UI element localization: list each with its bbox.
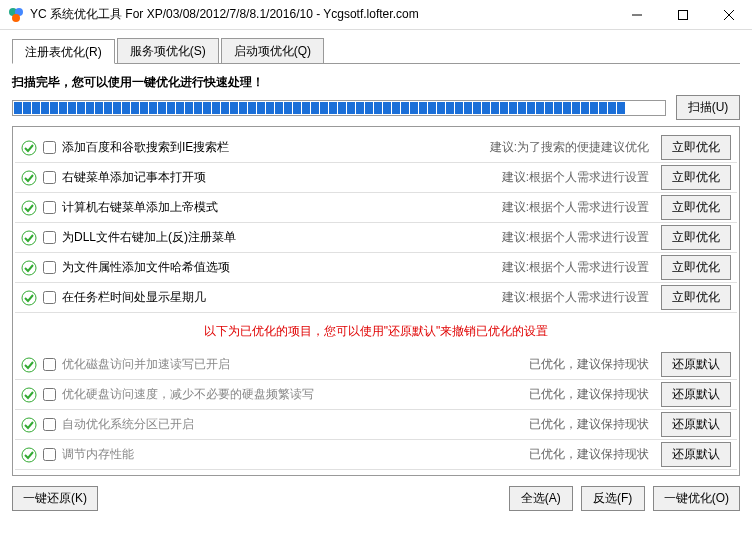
pending-row: 为文件属性添加文件哈希值选项建议:根据个人需求进行设置立即优化 [15,253,737,283]
pending-row: 添加百度和谷歌搜索到IE搜索栏建议:为了搜索的便捷建议优化立即优化 [15,133,737,163]
optimized-row: 调节内存性能已优化，建议保持现状还原默认 [15,440,737,470]
app-icon [8,7,24,23]
svg-point-13 [22,358,36,372]
item-hint: 建议:根据个人需求进行设置 [502,199,649,216]
item-list[interactable]: 添加百度和谷歌搜索到IE搜索栏建议:为了搜索的便捷建议优化立即优化右键菜单添加记… [12,126,740,476]
check-icon [21,230,37,246]
item-checkbox[interactable] [43,141,56,154]
item-action-button[interactable]: 立即优化 [661,135,731,160]
item-hint: 已优化，建议保持现状 [529,416,649,433]
tab-2[interactable]: 启动项优化(Q) [221,38,324,63]
item-action-button[interactable]: 立即优化 [661,195,731,220]
scan-status-text: 扫描完毕，您可以使用一键优化进行快速处理！ [12,74,740,91]
item-hint: 已优化，建议保持现状 [529,386,649,403]
close-button[interactable] [706,0,752,30]
check-icon [21,200,37,216]
item-action-button[interactable]: 立即优化 [661,165,731,190]
item-hint: 已优化，建议保持现状 [529,356,649,373]
item-action-button[interactable]: 立即优化 [661,225,731,250]
svg-point-15 [22,418,36,432]
check-icon [21,170,37,186]
window-controls [614,0,752,29]
window-title: YC 系统优化工具 For XP/03/08/2012/7/8/8.1/2016… [30,6,614,23]
item-checkbox[interactable] [43,201,56,214]
svg-point-14 [22,388,36,402]
item-title: 优化磁盘访问并加速读写已开启 [62,356,523,373]
item-action-button[interactable]: 还原默认 [661,442,731,467]
item-checkbox[interactable] [43,388,56,401]
footer: 一键还原(K) 全选(A) 反选(F) 一键优化(O) [12,476,740,511]
item-hint: 建议:根据个人需求进行设置 [502,259,649,276]
item-checkbox[interactable] [43,291,56,304]
item-title: 添加百度和谷歌搜索到IE搜索栏 [62,139,484,156]
svg-point-9 [22,201,36,215]
item-title: 为文件属性添加文件哈希值选项 [62,259,496,276]
optimize-all-button[interactable]: 一键优化(O) [653,486,740,511]
tab-0[interactable]: 注册表优化(R) [12,39,115,64]
check-icon [21,260,37,276]
pending-row: 为DLL文件右键加上(反)注册菜单建议:根据个人需求进行设置立即优化 [15,223,737,253]
check-icon [21,140,37,156]
progress-bar [12,100,666,116]
item-title: 为DLL文件右键加上(反)注册菜单 [62,229,496,246]
item-hint: 已优化，建议保持现状 [529,446,649,463]
optimized-row: 优化磁盘访问并加速读写已开启已优化，建议保持现状还原默认 [15,350,737,380]
item-title: 调节内存性能 [62,446,523,463]
svg-rect-4 [679,11,688,20]
item-checkbox[interactable] [43,231,56,244]
svg-point-8 [22,171,36,185]
pending-row: 计算机右键菜单添加上帝模式建议:根据个人需求进行设置立即优化 [15,193,737,223]
item-action-button[interactable]: 还原默认 [661,352,731,377]
titlebar: YC 系统优化工具 For XP/03/08/2012/7/8/8.1/2016… [0,0,752,30]
minimize-button[interactable] [614,0,660,30]
check-icon [21,290,37,306]
item-title: 自动优化系统分区已开启 [62,416,523,433]
item-title: 计算机右键菜单添加上帝模式 [62,199,496,216]
item-checkbox[interactable] [43,418,56,431]
item-checkbox[interactable] [43,171,56,184]
item-checkbox[interactable] [43,358,56,371]
item-checkbox[interactable] [43,261,56,274]
svg-point-12 [22,291,36,305]
optimized-divider: 以下为已优化的项目，您可以使用"还原默认"来撤销已优化的设置 [15,313,737,350]
optimized-row: 优化硬盘访问速度，减少不必要的硬盘频繁读写已优化，建议保持现状还原默认 [15,380,737,410]
svg-point-2 [12,14,20,22]
svg-point-7 [22,141,36,155]
check-icon [21,447,37,463]
item-hint: 建议:根据个人需求进行设置 [502,289,649,306]
pending-row: 在任务栏时间处显示星期几建议:根据个人需求进行设置立即优化 [15,283,737,313]
scan-button[interactable]: 扫描(U) [676,95,740,120]
item-title: 在任务栏时间处显示星期几 [62,289,496,306]
maximize-button[interactable] [660,0,706,30]
item-hint: 建议:根据个人需求进行设置 [502,169,649,186]
restore-all-button[interactable]: 一键还原(K) [12,486,98,511]
optimized-row: 自动优化系统分区已开启已优化，建议保持现状还原默认 [15,410,737,440]
invert-selection-button[interactable]: 反选(F) [581,486,645,511]
item-hint: 建议:根据个人需求进行设置 [502,229,649,246]
tabs-bar: 注册表优化(R)服务项优化(S)启动项优化(Q) [12,38,740,64]
item-action-button[interactable]: 立即优化 [661,285,731,310]
item-title: 优化硬盘访问速度，减少不必要的硬盘频繁读写 [62,386,523,403]
check-icon [21,357,37,373]
tab-1[interactable]: 服务项优化(S) [117,38,219,63]
check-icon [21,417,37,433]
pending-row: 右键菜单添加记事本打开项建议:根据个人需求进行设置立即优化 [15,163,737,193]
select-all-button[interactable]: 全选(A) [509,486,573,511]
item-action-button[interactable]: 还原默认 [661,382,731,407]
svg-point-10 [22,231,36,245]
svg-point-11 [22,261,36,275]
item-hint: 建议:为了搜索的便捷建议优化 [490,139,649,156]
item-checkbox[interactable] [43,448,56,461]
item-action-button[interactable]: 还原默认 [661,412,731,437]
item-action-button[interactable]: 立即优化 [661,255,731,280]
check-icon [21,387,37,403]
svg-point-16 [22,448,36,462]
item-title: 右键菜单添加记事本打开项 [62,169,496,186]
